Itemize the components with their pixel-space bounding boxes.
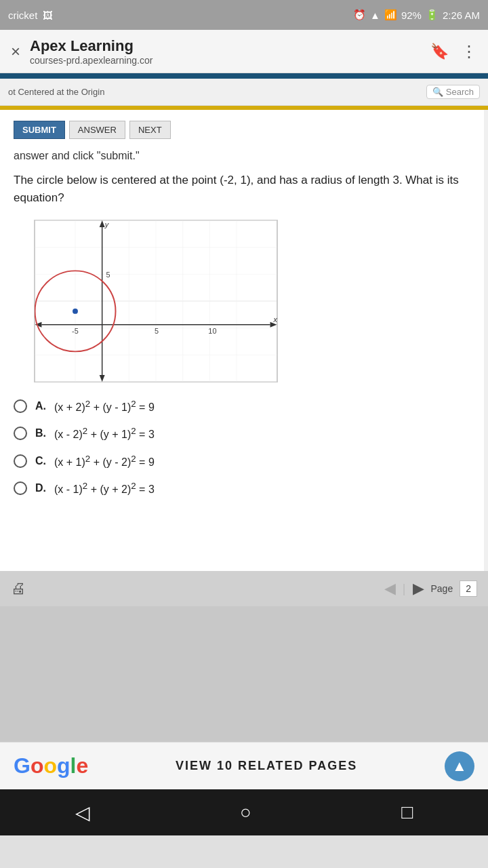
svg-text:y: y bbox=[104, 220, 109, 229]
page-header: ot Centered at the Origin 🔍 Search bbox=[0, 79, 488, 106]
choice-b-label: B. bbox=[35, 427, 46, 439]
home-button[interactable]: ○ bbox=[240, 802, 251, 823]
image-icon: 🖼 bbox=[43, 9, 53, 21]
choice-d-text: (x - 1)2 + (y + 2)2 = 3 bbox=[54, 481, 155, 496]
choice-c[interactable]: C. (x + 1)2 + (y - 2)2 = 9 bbox=[14, 454, 474, 469]
radio-d[interactable] bbox=[14, 481, 27, 495]
submit-button[interactable]: SUBMIT bbox=[14, 121, 65, 139]
svg-text:x: x bbox=[273, 315, 277, 323]
search-label: Search bbox=[446, 87, 474, 97]
bottom-bar-right: ◀ | ▶ Page 2 bbox=[384, 580, 477, 597]
main-content: SUBMIT ANSWER NEXT answer and click "sub… bbox=[0, 110, 488, 571]
browser-icons: 🔖 ⋮ bbox=[430, 42, 477, 61]
browser-bar: × Apex Learning courses-prd.apexlearning… bbox=[0, 30, 488, 73]
toolbar: SUBMIT ANSWER NEXT bbox=[14, 121, 474, 139]
print-icon[interactable]: 🖨 bbox=[11, 580, 26, 597]
choice-c-text: (x + 1)2 + (y - 2)2 = 9 bbox=[54, 454, 155, 469]
google-banner: Google VIEW 10 RELATED PAGES ▲ bbox=[0, 742, 488, 789]
radio-a[interactable] bbox=[14, 399, 27, 413]
bottom-bar-left: 🖨 bbox=[11, 580, 26, 597]
next-arrow[interactable]: ▶ bbox=[413, 580, 424, 597]
choice-b[interactable]: B. (x - 2)2 + (y + 1)2 = 3 bbox=[14, 426, 474, 441]
divider: | bbox=[403, 582, 406, 596]
choice-c-label: C. bbox=[35, 455, 46, 467]
choice-b-text: (x - 2)2 + (y + 1)2 = 3 bbox=[54, 426, 155, 441]
time: 2:26 AM bbox=[443, 9, 480, 21]
recent-button[interactable]: □ bbox=[401, 802, 413, 823]
battery-icon: 🔋 bbox=[426, 9, 439, 21]
status-right: ⏰ ▲ 📶 92% 🔋 2:26 AM bbox=[353, 9, 480, 21]
svg-point-26 bbox=[73, 309, 78, 314]
page-label: Page bbox=[431, 583, 453, 594]
radio-b[interactable] bbox=[14, 427, 27, 440]
gray-area bbox=[0, 606, 488, 742]
choice-d[interactable]: D. (x - 1)2 + (y + 2)2 = 3 bbox=[14, 481, 474, 496]
app-name: cricket bbox=[8, 9, 37, 21]
bottom-bar: 🖨 ◀ | ▶ Page 2 bbox=[0, 571, 488, 606]
back-button[interactable]: ◁ bbox=[75, 802, 90, 824]
svg-text:10: 10 bbox=[208, 327, 216, 335]
choice-a[interactable]: A. (x + 2)2 + (y - 1)2 = 9 bbox=[14, 399, 474, 414]
question-text: The circle below is centered at the poin… bbox=[14, 172, 474, 206]
svg-text:-5: -5 bbox=[72, 327, 79, 335]
blue-strip bbox=[0, 73, 488, 79]
search-icon: 🔍 bbox=[432, 87, 443, 97]
status-left: cricket 🖼 bbox=[8, 9, 53, 21]
status-bar: cricket 🖼 ⏰ ▲ 📶 92% 🔋 2:26 AM bbox=[0, 0, 488, 30]
answer-button[interactable]: ANSWER bbox=[69, 121, 125, 139]
google-logo: Google bbox=[14, 753, 88, 778]
banner-text[interactable]: VIEW 10 RELATED PAGES bbox=[176, 759, 357, 773]
choice-a-label: A. bbox=[35, 400, 46, 412]
graph-svg: x y -5 5 10 5 bbox=[35, 220, 277, 382]
battery-level: 92% bbox=[401, 9, 422, 21]
next-button[interactable]: NEXT bbox=[129, 121, 171, 139]
breadcrumb: ot Centered at the Origin bbox=[8, 87, 104, 97]
instruction-text: answer and click "submit." bbox=[14, 150, 474, 162]
choices: A. (x + 2)2 + (y - 1)2 = 9 B. (x - 2)2 +… bbox=[14, 399, 474, 496]
search-box[interactable]: 🔍 Search bbox=[426, 85, 480, 99]
prev-arrow[interactable]: ◀ bbox=[384, 580, 396, 597]
browser-info: Apex Learning courses-prd.apexlearning.c… bbox=[30, 37, 421, 66]
wifi-icon: ▲ bbox=[370, 9, 380, 21]
browser-url: courses-prd.apexlearning.cor bbox=[30, 55, 421, 66]
browser-title: Apex Learning bbox=[30, 37, 421, 55]
choice-d-label: D. bbox=[35, 482, 46, 494]
scroll-up-button[interactable]: ▲ bbox=[445, 751, 474, 781]
svg-text:5: 5 bbox=[155, 327, 159, 335]
close-button[interactable]: × bbox=[11, 42, 20, 61]
svg-text:5: 5 bbox=[106, 271, 110, 279]
bookmark-icon[interactable]: 🔖 bbox=[430, 43, 449, 60]
nav-bar: ◁ ○ □ bbox=[0, 789, 488, 835]
graph-container: x y -5 5 10 5 bbox=[34, 220, 278, 382]
vertical-divider bbox=[484, 110, 488, 571]
radio-c[interactable] bbox=[14, 454, 27, 468]
signal-icon: 📶 bbox=[384, 9, 397, 21]
choice-a-text: (x + 2)2 + (y - 1)2 = 9 bbox=[54, 399, 155, 414]
alarm-icon: ⏰ bbox=[353, 9, 366, 21]
menu-icon[interactable]: ⋮ bbox=[461, 42, 477, 61]
page-number: 2 bbox=[460, 580, 477, 597]
